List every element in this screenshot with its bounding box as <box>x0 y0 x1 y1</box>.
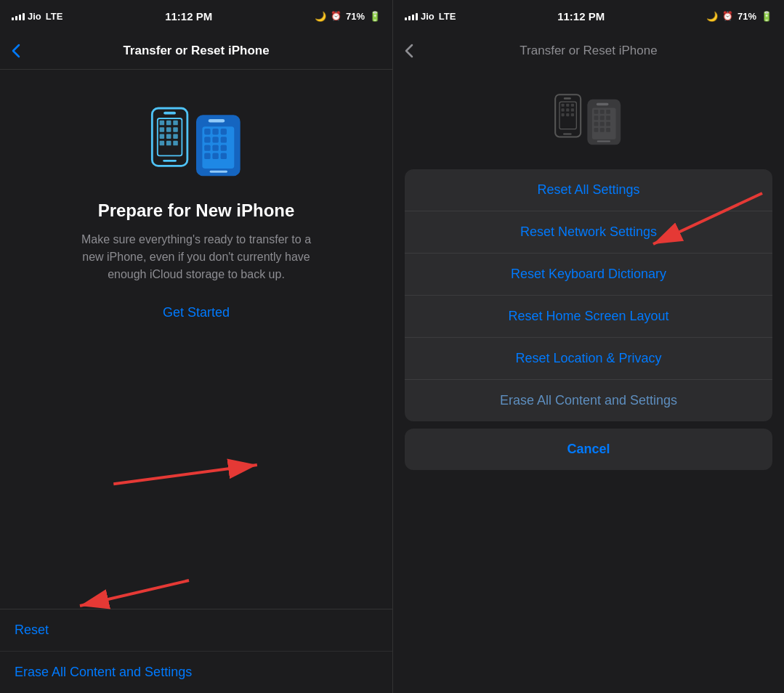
battery-icon: 🔋 <box>369 11 381 22</box>
svg-rect-21 <box>204 137 210 142</box>
right-time: 11:12 PM <box>557 10 605 23</box>
alarm-icon: ⏰ <box>331 11 342 21</box>
right-nav-title: Transfer or Reset iPhone <box>520 44 657 58</box>
svg-rect-19 <box>212 129 218 134</box>
svg-rect-13 <box>173 141 178 146</box>
cancel-button[interactable]: Cancel <box>405 429 772 470</box>
svg-rect-38 <box>562 104 565 107</box>
svg-rect-63 <box>597 103 609 105</box>
right-status-left: Jio LTE <box>405 11 456 22</box>
svg-rect-59 <box>606 122 610 126</box>
left-status-bar: Jio LTE 11:12 PM 🌙 ⏰ 71% 🔋 <box>0 0 392 32</box>
svg-rect-14 <box>163 112 176 115</box>
svg-rect-56 <box>606 115 610 120</box>
svg-rect-2 <box>160 121 165 126</box>
network-label: LTE <box>46 11 63 22</box>
svg-rect-20 <box>221 129 227 134</box>
battery-percent: 71% <box>346 11 365 22</box>
reset-all-settings-button[interactable]: Reset All Settings <box>405 169 772 211</box>
right-back-button[interactable] <box>405 44 413 58</box>
right-nav-bar: Transfer or Reset iPhone <box>393 32 784 70</box>
svg-rect-10 <box>173 134 178 139</box>
svg-rect-52 <box>600 110 605 114</box>
svg-rect-48 <box>563 134 572 135</box>
svg-rect-25 <box>212 145 218 150</box>
signal-icon <box>12 12 25 20</box>
moon-icon: 🌙 <box>315 11 326 22</box>
svg-rect-5 <box>160 127 165 132</box>
right-battery-percent: 71% <box>737 11 756 22</box>
left-bottom-section: Reset Erase All Content and Settings <box>0 609 392 693</box>
svg-rect-29 <box>221 153 227 159</box>
right-phone-icon <box>552 84 625 156</box>
svg-rect-11 <box>160 141 165 146</box>
svg-rect-44 <box>562 113 565 116</box>
left-status-left: Jio LTE <box>12 11 62 22</box>
svg-rect-57 <box>594 122 599 126</box>
svg-rect-47 <box>564 97 571 100</box>
svg-rect-23 <box>221 137 227 142</box>
svg-rect-41 <box>562 108 565 111</box>
right-network-label: LTE <box>439 11 456 22</box>
svg-rect-30 <box>209 119 225 123</box>
svg-rect-24 <box>204 145 210 150</box>
right-content: Reset All Settings Reset Network Setting… <box>393 70 784 693</box>
svg-rect-12 <box>166 141 171 146</box>
erase-button[interactable]: Erase All Content and Settings <box>0 652 392 693</box>
svg-rect-60 <box>594 128 599 132</box>
left-time: 11:12 PM <box>165 10 212 23</box>
right-chevron-left-icon <box>405 44 413 58</box>
phone-transfer-icon <box>145 92 247 186</box>
svg-rect-22 <box>212 137 218 142</box>
svg-rect-15 <box>163 160 177 162</box>
reset-button[interactable]: Reset <box>0 609 392 652</box>
svg-rect-46 <box>571 113 574 116</box>
carrier-label: Jio <box>28 11 41 22</box>
svg-rect-8 <box>160 134 165 139</box>
right-panel: Jio LTE 11:12 PM 🌙 ⏰ 71% 🔋 Transfer or R… <box>392 0 784 693</box>
svg-rect-28 <box>212 153 218 159</box>
get-started-button[interactable]: Get Started <box>163 305 230 320</box>
reset-location-privacy-button[interactable]: Reset Location & Privacy <box>405 338 772 380</box>
svg-rect-40 <box>571 104 574 107</box>
svg-rect-4 <box>173 121 178 126</box>
reset-options-list: Reset All Settings Reset Network Setting… <box>405 169 772 421</box>
left-status-right: 🌙 ⏰ 71% 🔋 <box>315 11 381 22</box>
svg-rect-7 <box>173 127 178 132</box>
left-nav-bar: Transfer or Reset iPhone <box>0 32 392 70</box>
erase-all-content-button[interactable]: Erase All Content and Settings <box>405 380 772 421</box>
reset-keyboard-dictionary-button[interactable]: Reset Keyboard Dictionary <box>405 254 772 296</box>
chevron-left-icon <box>12 44 20 58</box>
right-status-bar: Jio LTE 11:12 PM 🌙 ⏰ 71% 🔋 <box>393 0 784 32</box>
left-back-button[interactable] <box>12 44 20 58</box>
right-signal-icon <box>405 12 418 20</box>
svg-rect-27 <box>204 153 210 159</box>
reset-label: Reset <box>15 623 49 637</box>
svg-rect-51 <box>594 110 599 114</box>
svg-rect-58 <box>600 122 605 126</box>
left-content: Prepare for New iPhone Make sure everyth… <box>0 70 392 609</box>
svg-rect-18 <box>204 129 210 134</box>
erase-label: Erase All Content and Settings <box>15 665 192 679</box>
svg-rect-9 <box>166 134 171 139</box>
right-moon-icon: 🌙 <box>706 11 718 22</box>
svg-rect-43 <box>571 108 574 111</box>
svg-rect-6 <box>166 127 171 132</box>
svg-rect-61 <box>600 128 605 132</box>
svg-rect-64 <box>597 141 610 142</box>
right-battery-icon: 🔋 <box>761 11 772 22</box>
svg-rect-54 <box>594 115 599 120</box>
svg-rect-3 <box>166 121 171 126</box>
svg-rect-62 <box>606 128 610 132</box>
svg-rect-53 <box>606 110 610 114</box>
svg-rect-45 <box>566 113 569 116</box>
svg-rect-31 <box>210 171 227 173</box>
prepare-desc: Make sure everything's ready to transfer… <box>80 231 312 283</box>
reset-network-settings-button[interactable]: Reset Network Settings <box>405 211 772 254</box>
right-carrier-label: Jio <box>421 11 435 22</box>
reset-home-screen-layout-button[interactable]: Reset Home Screen Layout <box>405 296 772 338</box>
left-panel: Jio LTE 11:12 PM 🌙 ⏰ 71% 🔋 Transfer or R… <box>0 0 392 693</box>
left-nav-title: Transfer or Reset iPhone <box>123 44 269 58</box>
svg-rect-26 <box>221 145 227 150</box>
svg-rect-55 <box>600 115 605 120</box>
